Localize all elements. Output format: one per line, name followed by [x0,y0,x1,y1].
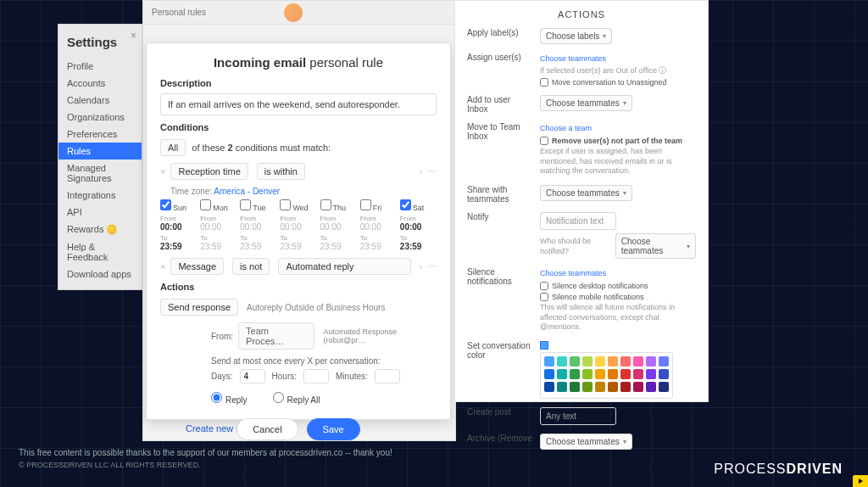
day-checkbox-wed[interactable]: Wed [280,204,308,212]
color-swatch[interactable] [620,356,631,367]
color-swatch[interactable] [582,369,593,379]
color-swatch[interactable] [595,356,605,367]
chevron-right-icon[interactable]: › [420,167,422,176]
day-checkbox-sat[interactable]: Sat [400,204,425,212]
add-inbox-select[interactable]: Choose teammates [540,95,632,111]
reply-all-radio[interactable]: Reply All [273,392,320,405]
sidebar-item-profile[interactable]: Profile [58,58,142,75]
sidebar-item-help-feedback[interactable]: Help & Feedback [58,238,142,266]
move-team-hint[interactable]: Choose a team [540,124,696,134]
color-swatch[interactable] [633,382,643,392]
day-to[interactable]: 23:59 [360,242,397,251]
day-from[interactable]: 00:00 [320,222,357,232]
color-swatch[interactable] [557,356,567,367]
color-swatch[interactable] [595,369,605,379]
freq-hours-input[interactable] [303,369,329,383]
color-swatch[interactable] [646,369,656,379]
sidebar-item-rules[interactable]: Rules [58,143,142,160]
reply-radio[interactable]: Reply [211,392,248,405]
day-checkbox-sun[interactable]: Sun [160,204,186,212]
day-checkbox-mon[interactable]: Mon [200,204,228,212]
move-unassigned-checkbox[interactable]: Move conversation to Unassigned [540,78,696,87]
color-swatch[interactable] [646,382,656,392]
timezone-select[interactable]: America - Denver [214,187,280,196]
day-from[interactable]: 00:00 [240,222,276,232]
silence-hint[interactable]: Choose teammates [540,269,696,279]
from-team-select[interactable]: Team Proces… [238,322,314,350]
close-icon[interactable]: × [131,30,136,42]
color-swatch[interactable] [633,369,643,379]
color-swatch[interactable] [582,356,593,367]
color-swatch[interactable] [544,382,554,392]
sidebar-item-accounts[interactable]: Accounts [58,75,142,92]
color-swatch[interactable] [595,382,605,392]
color-swatch[interactable] [633,356,643,367]
share-select[interactable]: Choose teammates [540,185,632,201]
freq-minutes-input[interactable] [375,369,400,383]
color-swatch[interactable] [608,356,618,367]
day-from[interactable]: 00:00 [400,222,437,232]
condition-field-select[interactable]: Reception time [170,163,248,180]
sidebar-item-preferences[interactable]: Preferences [58,126,142,143]
color-swatch[interactable] [608,369,618,379]
sidebar-item-managed-signatures[interactable]: Managed Signatures [58,160,142,187]
condition-value-select[interactable]: Automated reply [278,258,410,275]
day-checkbox-thu[interactable]: Thu [320,204,347,212]
color-swatch[interactable] [620,369,631,379]
sidebar-item-calendars[interactable]: Calendars [58,92,142,109]
day-to[interactable]: 23:59 [400,242,437,251]
sidebar-item-api[interactable]: API [58,204,142,221]
day-checkbox-tue[interactable]: Tue [240,204,265,212]
day-to[interactable]: 23:59 [200,242,236,251]
avatar[interactable] [284,3,303,22]
color-swatch[interactable] [557,382,567,392]
color-swatch[interactable] [570,369,580,379]
color-swatch[interactable] [544,356,554,367]
color-swatch[interactable] [659,369,669,379]
youtube-badge-icon[interactable] [853,475,868,487]
day-from[interactable]: 00:00 [160,222,197,232]
condition-operator-select[interactable]: is not [232,258,270,275]
color-swatch[interactable] [544,369,554,379]
color-swatch[interactable] [570,382,580,392]
day-to[interactable]: 23:59 [320,242,357,251]
freq-days-input[interactable] [240,369,265,383]
remove-nonteam-checkbox[interactable]: Remove user(s) not part of the team [540,137,696,145]
color-swatch[interactable] [608,382,618,392]
day-checkbox-fri[interactable]: Fri [360,204,382,212]
color-swatch[interactable] [659,356,669,367]
day-from[interactable]: 00:00 [200,222,236,232]
condition-field-select[interactable]: Message [170,258,224,275]
color-swatch[interactable] [620,382,631,392]
create-post-input[interactable]: Any text [540,407,616,425]
assign-users-hint[interactable]: Choose teammates [540,54,696,64]
match-mode-select[interactable]: All [160,139,186,156]
cancel-button[interactable]: Cancel [236,418,298,440]
action-template[interactable]: Autoreply Outside of Business Hours [247,303,385,312]
sidebar-item-organizations[interactable]: Organizations [58,109,142,126]
sidebar-item-integrations[interactable]: Integrations [58,187,142,204]
day-from[interactable]: 00:00 [360,222,397,232]
action-type-select[interactable]: Send response [160,299,238,316]
sidebar-item-download-apps[interactable]: Download apps [58,266,142,283]
apply-labels-select[interactable]: Choose labels [540,28,612,44]
color-swatch[interactable] [570,356,580,367]
silence-mobile-checkbox[interactable]: Silence mobile notifications [540,293,696,301]
description-input[interactable] [160,93,437,115]
day-to[interactable]: 23:59 [280,242,316,251]
notify-text-input[interactable]: Notification text [540,212,616,230]
condition-operator-select[interactable]: is within [257,163,305,180]
day-to[interactable]: 23:59 [160,242,197,251]
save-button[interactable]: Save [307,418,360,440]
color-picker[interactable] [540,352,673,399]
notify-who-select[interactable]: Choose teammates [615,233,696,259]
day-from[interactable]: 00:00 [280,222,316,232]
color-swatch[interactable] [659,382,669,392]
color-swatch[interactable] [557,369,567,379]
day-to[interactable]: 23:59 [240,242,276,251]
color-swatch[interactable] [582,382,593,392]
sidebar-item-rewards-[interactable]: Rewards 🪙 [58,221,142,238]
silence-desktop-checkbox[interactable]: Silence desktop notifications [540,282,696,290]
color-swatch[interactable] [646,356,656,367]
chevron-right-icon[interactable]: › [420,262,422,271]
